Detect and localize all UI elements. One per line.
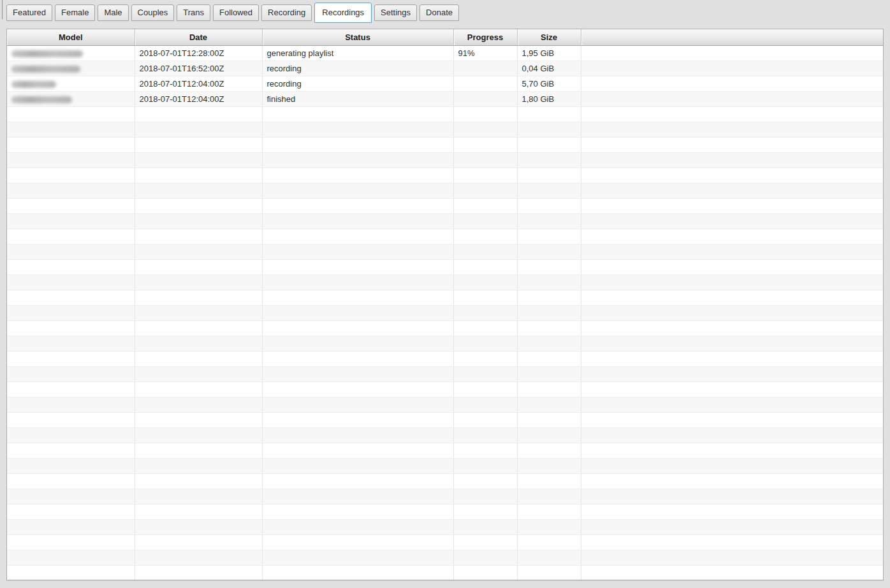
empty-cell: [262, 213, 453, 229]
empty-cell: [135, 183, 262, 198]
empty-cell: [453, 275, 517, 290]
empty-table-row: [7, 519, 883, 534]
empty-cell: [262, 397, 453, 412]
empty-cell: [581, 458, 883, 473]
empty-cell: [453, 412, 517, 427]
redacted-model-name: [11, 81, 56, 88]
empty-cell: [581, 504, 883, 519]
empty-cell: [135, 534, 262, 550]
empty-cell: [581, 137, 883, 152]
empty-cell: [453, 382, 517, 397]
empty-cell: [581, 229, 883, 244]
empty-cell: [581, 397, 883, 412]
empty-cell: [453, 504, 517, 519]
empty-cell: [517, 305, 581, 320]
empty-table-row: [7, 382, 883, 397]
cell-date: 2018-07-01T16:52:00Z: [135, 61, 262, 76]
tab-settings[interactable]: Settings: [374, 4, 417, 21]
empty-table-row: [7, 443, 883, 458]
empty-cell: [453, 351, 517, 366]
empty-cell: [262, 550, 453, 565]
empty-cell: [453, 489, 517, 504]
empty-cell: [581, 382, 883, 397]
empty-cell: [262, 473, 453, 489]
cell-model: [7, 76, 135, 91]
empty-cell: [517, 534, 581, 550]
empty-cell: [7, 473, 135, 489]
empty-cell: [135, 137, 262, 152]
tab-followed[interactable]: Followed: [213, 4, 259, 21]
empty-cell: [262, 275, 453, 290]
empty-cell: [517, 382, 581, 397]
cell-date: 2018-07-01T12:28:00Z: [135, 45, 262, 61]
tab-male[interactable]: Male: [98, 4, 128, 21]
tab-featured[interactable]: Featured: [6, 4, 52, 21]
tab-couples[interactable]: Couples: [131, 4, 175, 21]
empty-cell: [7, 534, 135, 550]
empty-cell: [135, 489, 262, 504]
column-header-model[interactable]: Model: [7, 29, 135, 45]
empty-cell: [7, 351, 135, 366]
empty-cell: [7, 366, 135, 382]
empty-cell: [7, 458, 135, 473]
empty-table-row: [7, 427, 883, 443]
table-row[interactable]: 2018-07-01T12:28:00Z generating playlist…: [7, 45, 883, 61]
tab-recordings[interactable]: Recordings: [314, 3, 372, 23]
empty-cell: [7, 550, 135, 565]
empty-cell: [7, 168, 135, 183]
empty-cell: [262, 336, 453, 351]
empty-cell: [7, 565, 135, 580]
empty-cell: [135, 550, 262, 565]
table-row[interactable]: 2018-07-01T12:04:00Z finished 1,80 GiB: [7, 91, 883, 106]
column-header-size[interactable]: Size: [517, 29, 581, 45]
empty-cell: [581, 565, 883, 580]
empty-cell: [7, 412, 135, 427]
empty-cell: [517, 152, 581, 168]
tab-female[interactable]: Female: [55, 4, 95, 21]
empty-cell: [453, 259, 517, 275]
empty-table-row: [7, 489, 883, 504]
empty-cell: [453, 198, 517, 213]
empty-cell: [517, 168, 581, 183]
table-row[interactable]: 2018-07-01T16:52:00Z recording 0,04 GiB: [7, 61, 883, 76]
empty-cell: [262, 259, 453, 275]
empty-cell: [135, 366, 262, 382]
cell-progress: [453, 76, 517, 91]
empty-cell: [453, 550, 517, 565]
tab-donate[interactable]: Donate: [419, 4, 459, 21]
cell-model: [7, 61, 135, 76]
empty-cell: [262, 290, 453, 305]
empty-cell: [581, 351, 883, 366]
empty-cell: [7, 397, 135, 412]
empty-cell: [581, 473, 883, 489]
tab-bar: Featured Female Male Couples Trans Follo…: [6, 0, 459, 23]
tab-recording[interactable]: Recording: [261, 4, 312, 21]
empty-cell: [453, 519, 517, 534]
redacted-model-name: [11, 50, 83, 57]
empty-cell: [262, 106, 453, 122]
tab-trans[interactable]: Trans: [177, 4, 210, 21]
empty-cell: [7, 336, 135, 351]
column-header-status[interactable]: Status: [262, 29, 453, 45]
empty-cell: [517, 550, 581, 565]
empty-cell: [135, 412, 262, 427]
column-header-date[interactable]: Date: [135, 29, 262, 45]
empty-table-row: [7, 366, 883, 382]
empty-cell: [7, 320, 135, 336]
empty-cell: [135, 259, 262, 275]
empty-cell: [453, 122, 517, 137]
cell-progress: 91%: [453, 45, 517, 61]
cell-progress: [453, 61, 517, 76]
empty-cell: [453, 458, 517, 473]
empty-cell: [517, 122, 581, 137]
cell-status: finished: [262, 91, 453, 106]
column-header-progress[interactable]: Progress: [453, 29, 517, 45]
empty-cell: [517, 351, 581, 366]
empty-cell: [581, 183, 883, 198]
empty-cell: [7, 229, 135, 244]
empty-cell: [262, 305, 453, 320]
table-row[interactable]: 2018-07-01T12:04:00Z recording 5,70 GiB: [7, 76, 883, 91]
empty-cell: [262, 565, 453, 580]
empty-table-row: [7, 351, 883, 366]
empty-cell: [581, 259, 883, 275]
